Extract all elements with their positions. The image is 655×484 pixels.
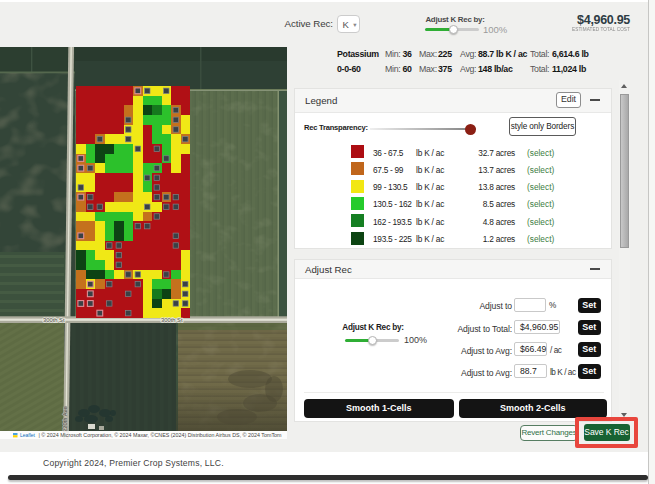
svg-text:300th St: 300th St [161,317,183,323]
svg-text:300th St: 300th St [43,317,65,323]
svg-text:| © 2024 Microsoft Corporation: | © 2024 Microsoft Corporation, © 2024 M… [39,432,282,438]
svg-text:220th Ave: 220th Ave [62,406,68,432]
svg-text:Leaflet: Leaflet [20,432,36,438]
